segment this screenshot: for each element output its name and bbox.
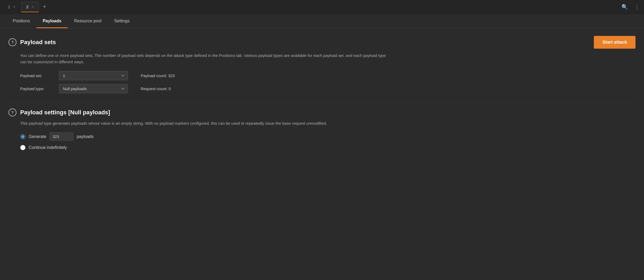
payloads-suffix: payloads [77,134,94,139]
payload-settings-title: Payload settings [Null payloads] [20,109,110,116]
payload-type-row: Payload type: Null payloads Simple list … [20,84,636,93]
generate-radio[interactable] [20,134,25,139]
radio-group: Generate payloads Continue indefinitely [20,132,636,150]
payload-set-row: Payload set: 1 2 3 Payload count: 323 [20,71,636,80]
generate-label: Generate [29,134,46,139]
tab-bar: 1 × 2 × + 🔍 ⋮ [0,0,644,14]
generate-count-input[interactable] [50,132,74,141]
more-options-icon[interactable]: ⋮ [633,3,641,11]
payload-type-select[interactable]: Null payloads Simple list Runtime file N… [59,84,128,93]
payload-set-select[interactable]: 1 2 3 [59,71,128,80]
payload-settings-header: ? Payload settings [Null payloads] [8,108,636,116]
tab-payloads[interactable]: Payloads [36,14,68,28]
payload-sets-help-icon[interactable]: ? [8,38,16,46]
search-icon[interactable]: 🔍 [620,3,629,11]
content-area: ? Payload sets Start attack You can defi… [0,28,644,166]
continue-radio-row: Continue indefinitely [20,145,636,150]
continue-label: Continue indefinitely [29,145,67,150]
payload-settings-help-icon[interactable]: ? [8,108,16,116]
payload-type-label: Payload type: [20,86,55,91]
request-count-label: Request count: 0 [141,86,171,91]
payload-sets-section: ? Payload sets Start attack You can defi… [8,36,636,93]
tab-positions[interactable]: Positions [6,14,36,28]
generate-radio-row: Generate payloads [20,132,636,141]
tab-2-label: 2 [26,5,28,9]
continue-radio[interactable] [20,145,25,150]
tab-1-close[interactable]: × [13,5,15,9]
payload-sets-description: You can define one or more payload sets.… [20,52,392,65]
tab-resource-pool[interactable]: Resource pool [68,14,108,28]
tab-2[interactable]: 2 × [21,2,39,12]
tab-1-label: 1 [8,5,10,9]
payload-set-label: Payload set: [20,73,55,78]
tab-settings[interactable]: Settings [108,14,136,28]
start-attack-button[interactable]: Start attack [594,36,636,49]
payload-sets-title: Payload sets [20,39,56,46]
main-nav: Positions Payloads Resource pool Setting… [0,14,644,28]
add-tab-button[interactable]: + [40,2,49,12]
payload-sets-header: ? Payload sets Start attack [8,36,636,49]
payload-count-label: Payload count: 323 [141,73,175,78]
payload-settings-section: ? Payload settings [Null payloads] This … [8,108,636,150]
tab-1[interactable]: 1 × [3,2,20,12]
payload-settings-description: This payload type generates payloads who… [20,120,392,127]
section-divider [8,102,636,102]
tab-bar-right: 🔍 ⋮ [620,3,641,11]
tab-2-close[interactable]: × [32,5,34,9]
